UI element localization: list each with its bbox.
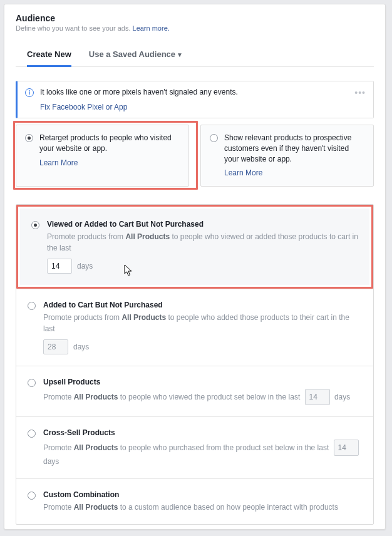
- option-desc: Promote All Products to a custom audienc…: [43, 502, 362, 513]
- option-added-not-purchased[interactable]: Added to Cart But Not Purchased Promote …: [16, 289, 373, 366]
- days-input-viewed[interactable]: [47, 259, 72, 274]
- option-body: Added to Cart But Not Purchased Promote …: [43, 301, 362, 354]
- panel-title: Audience: [16, 13, 374, 23]
- info-icon: i: [25, 88, 34, 97]
- strategy-prospect-body: Show relevant products to prospective cu…: [224, 133, 364, 178]
- radio-cross-sell[interactable]: [28, 430, 36, 438]
- days-label: days: [73, 343, 89, 351]
- desc-post: to a custom audience based on how people…: [118, 503, 338, 512]
- days-label: days: [77, 262, 93, 271]
- pixel-warning-banner: i It looks like one or more pixels haven…: [16, 81, 374, 118]
- prospect-learn-more[interactable]: Learn More: [224, 168, 364, 178]
- option-title: Viewed or Added to Cart But Not Purchase…: [47, 220, 358, 229]
- option-title: Custom Combination: [43, 490, 362, 499]
- radio-added-not-purchased[interactable]: [28, 302, 36, 310]
- panel-header: Audience Define who you want to see your…: [4, 4, 385, 67]
- option-custom[interactable]: Custom Combination Promote All Products …: [16, 478, 373, 524]
- strategy-row: Retarget products to people who visited …: [16, 125, 374, 187]
- panel-content: i It looks like one or more pixels haven…: [4, 67, 385, 529]
- days-label: days: [334, 393, 350, 401]
- option-title: Added to Cart But Not Purchased: [43, 301, 362, 309]
- option-desc: Promote products from All Products to pe…: [43, 312, 362, 334]
- days-inline-cross-sell: 14: [334, 440, 359, 456]
- option-viewed-or-added[interactable]: Viewed or Added to Cart But Not Purchase…: [20, 209, 369, 285]
- tab-saved-label: Use a Saved Audience: [89, 49, 175, 59]
- option-body: Custom Combination Promote All Products …: [43, 490, 362, 513]
- option-desc: Promote All Products to people who purch…: [43, 440, 362, 467]
- subtitle-text: Define who you want to see your ads.: [16, 24, 130, 32]
- desc-pre: Promote: [43, 393, 74, 401]
- days-inline-upsell: 14: [305, 389, 330, 405]
- audience-panel: Audience Define who you want to see your…: [4, 4, 386, 530]
- days-input-added: [43, 339, 68, 354]
- caret-down-icon: ▼: [177, 51, 183, 58]
- option-desc: Promote All Products to people who viewe…: [43, 389, 362, 405]
- retarget-options-list: Viewed or Added to Cart But Not Purchase…: [16, 204, 374, 525]
- desc-bold: All Products: [74, 443, 118, 452]
- highlight-box-2: Viewed or Added to Cart But Not Purchase…: [16, 205, 373, 289]
- desc-pre: Promote products from: [43, 313, 121, 322]
- strategy-prospect[interactable]: Show relevant products to prospective cu…: [200, 125, 374, 187]
- learn-more-link[interactable]: Learn more.: [133, 24, 170, 32]
- fix-pixel-link[interactable]: Fix Facebook Pixel or App: [40, 103, 348, 111]
- tabs: Create New Use a Saved Audience▼: [16, 49, 374, 67]
- option-upsell[interactable]: Upsell Products Promote All Products to …: [16, 366, 373, 416]
- radio-upsell[interactable]: [28, 379, 36, 387]
- highlight-box-1: [13, 121, 198, 190]
- radio-prospect[interactable]: [210, 134, 218, 142]
- option-body: Cross-Sell Products Promote All Products…: [43, 428, 362, 467]
- desc-post: to people who purchased from the product…: [118, 443, 329, 452]
- option-cross-sell[interactable]: Cross-Sell Products Promote All Products…: [16, 416, 373, 478]
- option-body: Viewed or Added to Cart But Not Purchase…: [47, 220, 358, 274]
- radio-viewed-or-added[interactable]: [31, 221, 39, 229]
- desc-bold: All Products: [74, 503, 118, 512]
- desc-bold: All Products: [74, 393, 118, 401]
- radio-custom[interactable]: [28, 492, 36, 500]
- panel-subtitle: Define who you want to see your ads. Lea…: [16, 24, 374, 32]
- desc-bold: All Products: [125, 232, 170, 241]
- days-label: days: [43, 457, 59, 466]
- option-body: Upsell Products Promote All Products to …: [43, 378, 362, 405]
- option-title: Upsell Products: [43, 378, 362, 386]
- desc-bold: All Products: [121, 313, 166, 322]
- option-title: Cross-Sell Products: [43, 428, 362, 437]
- banner-menu-icon[interactable]: •••: [354, 88, 366, 111]
- banner-text: It looks like one or more pixels haven't…: [40, 88, 348, 96]
- desc-post: to people who viewed the product set bel…: [118, 393, 300, 401]
- tab-saved-audience[interactable]: Use a Saved Audience▼: [89, 49, 183, 66]
- tab-create-new[interactable]: Create New: [27, 49, 71, 66]
- prospect-text: Show relevant products to prospective cu…: [224, 133, 351, 163]
- desc-pre: Promote: [43, 443, 74, 452]
- desc-pre: Promote products from: [47, 232, 125, 241]
- banner-body: It looks like one or more pixels haven't…: [40, 88, 348, 111]
- option-desc: Promote products from All Products to pe…: [47, 231, 358, 254]
- desc-pre: Promote: [43, 503, 74, 512]
